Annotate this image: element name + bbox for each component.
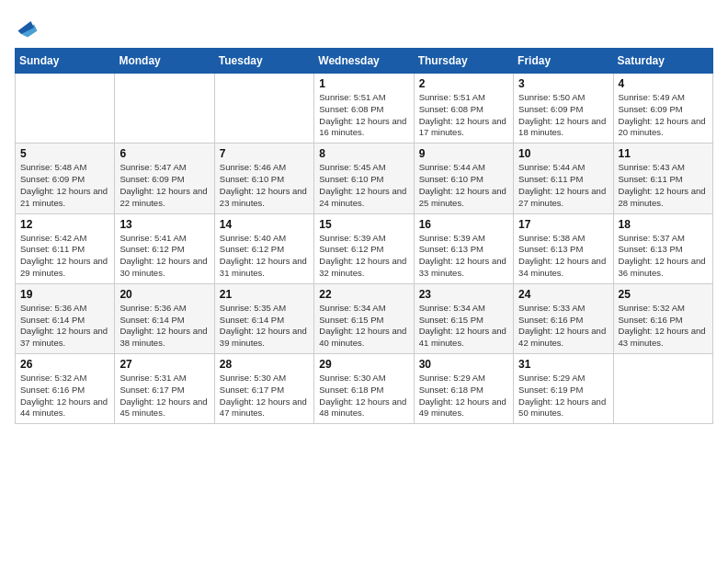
- day-cell: 25Sunrise: 5:32 AM Sunset: 6:16 PM Dayli…: [613, 283, 712, 353]
- day-cell: [214, 74, 313, 144]
- day-info: Sunrise: 5:41 AM Sunset: 6:12 PM Dayligh…: [119, 233, 209, 280]
- day-info: Sunrise: 5:44 AM Sunset: 6:11 PM Dayligh…: [518, 162, 608, 209]
- day-info: Sunrise: 5:37 AM Sunset: 6:13 PM Dayligh…: [619, 233, 708, 280]
- day-info: Sunrise: 5:30 AM Sunset: 6:17 PM Dayligh…: [220, 373, 309, 419]
- day-number: 23: [419, 288, 508, 301]
- day-cell: 22Sunrise: 5:34 AM Sunset: 6:15 PM Dayli…: [314, 283, 414, 353]
- day-info: Sunrise: 5:46 AM Sunset: 6:10 PM Dayligh…: [220, 162, 309, 209]
- day-number: 31: [518, 358, 608, 371]
- weekday-header-friday: Friday: [514, 49, 613, 74]
- day-cell: 19Sunrise: 5:36 AM Sunset: 6:14 PM Dayli…: [16, 283, 115, 353]
- week-row-4: 19Sunrise: 5:36 AM Sunset: 6:14 PM Dayli…: [16, 283, 713, 353]
- day-cell: 4Sunrise: 5:49 AM Sunset: 6:09 PM Daylig…: [613, 74, 712, 144]
- logo: [15, 15, 44, 40]
- day-number: 16: [419, 218, 508, 231]
- day-number: 20: [119, 288, 209, 301]
- day-info: Sunrise: 5:51 AM Sunset: 6:08 PM Dayligh…: [419, 92, 508, 139]
- day-cell: 14Sunrise: 5:40 AM Sunset: 6:12 PM Dayli…: [214, 213, 313, 283]
- day-number: 28: [220, 358, 309, 371]
- weekday-header-wednesday: Wednesday: [314, 49, 414, 74]
- day-cell: [613, 354, 712, 424]
- day-cell: 23Sunrise: 5:34 AM Sunset: 6:15 PM Dayli…: [414, 283, 513, 353]
- day-cell: 12Sunrise: 5:42 AM Sunset: 6:11 PM Dayli…: [16, 213, 115, 283]
- day-cell: 31Sunrise: 5:29 AM Sunset: 6:19 PM Dayli…: [514, 354, 613, 424]
- day-number: 8: [319, 147, 408, 160]
- day-number: 5: [20, 147, 109, 160]
- day-info: Sunrise: 5:29 AM Sunset: 6:19 PM Dayligh…: [518, 373, 608, 419]
- day-cell: 28Sunrise: 5:30 AM Sunset: 6:17 PM Dayli…: [214, 354, 313, 424]
- day-info: Sunrise: 5:32 AM Sunset: 6:16 PM Dayligh…: [20, 373, 109, 419]
- day-cell: 30Sunrise: 5:29 AM Sunset: 6:18 PM Dayli…: [414, 354, 513, 424]
- day-info: Sunrise: 5:35 AM Sunset: 6:14 PM Dayligh…: [220, 303, 309, 350]
- day-cell: 1Sunrise: 5:51 AM Sunset: 6:08 PM Daylig…: [314, 74, 414, 144]
- calendar: SundayMondayTuesdayWednesdayThursdayFrid…: [15, 48, 713, 424]
- page-header: [15, 15, 713, 40]
- day-number: 12: [20, 218, 109, 231]
- day-number: 2: [419, 77, 508, 90]
- day-number: 22: [319, 288, 408, 301]
- day-info: Sunrise: 5:49 AM Sunset: 6:09 PM Dayligh…: [619, 92, 708, 139]
- day-cell: 20Sunrise: 5:36 AM Sunset: 6:14 PM Dayli…: [115, 283, 214, 353]
- week-row-3: 12Sunrise: 5:42 AM Sunset: 6:11 PM Dayli…: [16, 213, 713, 283]
- day-info: Sunrise: 5:44 AM Sunset: 6:10 PM Dayligh…: [419, 162, 508, 209]
- day-cell: 10Sunrise: 5:44 AM Sunset: 6:11 PM Dayli…: [514, 144, 613, 213]
- day-info: Sunrise: 5:33 AM Sunset: 6:16 PM Dayligh…: [518, 303, 608, 350]
- day-number: 29: [319, 358, 408, 371]
- day-cell: 8Sunrise: 5:45 AM Sunset: 6:10 PM Daylig…: [314, 144, 414, 213]
- day-cell: 17Sunrise: 5:38 AM Sunset: 6:13 PM Dayli…: [514, 213, 613, 283]
- weekday-header-row: SundayMondayTuesdayWednesdayThursdayFrid…: [16, 49, 713, 74]
- day-cell: 2Sunrise: 5:51 AM Sunset: 6:08 PM Daylig…: [414, 74, 513, 144]
- logo-icon: [15, 15, 40, 40]
- day-number: 21: [220, 288, 309, 301]
- day-cell: [115, 74, 214, 144]
- day-cell: 16Sunrise: 5:39 AM Sunset: 6:13 PM Dayli…: [414, 213, 513, 283]
- day-cell: 3Sunrise: 5:50 AM Sunset: 6:09 PM Daylig…: [514, 74, 613, 144]
- day-cell: [16, 74, 115, 144]
- day-info: Sunrise: 5:40 AM Sunset: 6:12 PM Dayligh…: [220, 233, 309, 280]
- day-cell: 29Sunrise: 5:30 AM Sunset: 6:18 PM Dayli…: [314, 354, 414, 424]
- day-info: Sunrise: 5:31 AM Sunset: 6:17 PM Dayligh…: [119, 373, 209, 419]
- day-cell: 9Sunrise: 5:44 AM Sunset: 6:10 PM Daylig…: [414, 144, 513, 213]
- day-number: 1: [319, 77, 408, 90]
- day-number: 6: [119, 147, 209, 160]
- day-info: Sunrise: 5:36 AM Sunset: 6:14 PM Dayligh…: [20, 303, 109, 350]
- day-number: 26: [20, 358, 109, 371]
- day-info: Sunrise: 5:29 AM Sunset: 6:18 PM Dayligh…: [419, 373, 508, 419]
- day-number: 19: [20, 288, 109, 301]
- day-number: 9: [419, 147, 508, 160]
- day-number: 18: [619, 218, 708, 231]
- day-number: 7: [220, 147, 309, 160]
- day-info: Sunrise: 5:45 AM Sunset: 6:10 PM Dayligh…: [319, 162, 408, 209]
- weekday-header-saturday: Saturday: [613, 49, 712, 74]
- day-number: 14: [220, 218, 309, 231]
- day-cell: 21Sunrise: 5:35 AM Sunset: 6:14 PM Dayli…: [214, 283, 313, 353]
- day-info: Sunrise: 5:51 AM Sunset: 6:08 PM Dayligh…: [319, 92, 408, 139]
- day-number: 4: [619, 77, 708, 90]
- day-number: 27: [119, 358, 209, 371]
- day-cell: 5Sunrise: 5:48 AM Sunset: 6:09 PM Daylig…: [16, 144, 115, 213]
- day-info: Sunrise: 5:36 AM Sunset: 6:14 PM Dayligh…: [119, 303, 209, 350]
- day-number: 25: [619, 288, 708, 301]
- day-info: Sunrise: 5:48 AM Sunset: 6:09 PM Dayligh…: [20, 162, 109, 209]
- day-number: 24: [518, 288, 608, 301]
- day-number: 11: [619, 147, 708, 160]
- weekday-header-tuesday: Tuesday: [214, 49, 313, 74]
- day-cell: 27Sunrise: 5:31 AM Sunset: 6:17 PM Dayli…: [115, 354, 214, 424]
- day-number: 17: [518, 218, 608, 231]
- day-cell: 6Sunrise: 5:47 AM Sunset: 6:09 PM Daylig…: [115, 144, 214, 213]
- day-info: Sunrise: 5:38 AM Sunset: 6:13 PM Dayligh…: [518, 233, 608, 280]
- day-info: Sunrise: 5:43 AM Sunset: 6:11 PM Dayligh…: [619, 162, 708, 209]
- day-cell: 11Sunrise: 5:43 AM Sunset: 6:11 PM Dayli…: [613, 144, 712, 213]
- day-number: 30: [419, 358, 508, 371]
- day-cell: 15Sunrise: 5:39 AM Sunset: 6:12 PM Dayli…: [314, 213, 414, 283]
- day-info: Sunrise: 5:30 AM Sunset: 6:18 PM Dayligh…: [319, 373, 408, 419]
- day-cell: 18Sunrise: 5:37 AM Sunset: 6:13 PM Dayli…: [613, 213, 712, 283]
- day-number: 15: [319, 218, 408, 231]
- day-info: Sunrise: 5:34 AM Sunset: 6:15 PM Dayligh…: [419, 303, 508, 350]
- day-info: Sunrise: 5:32 AM Sunset: 6:16 PM Dayligh…: [619, 303, 708, 350]
- day-info: Sunrise: 5:47 AM Sunset: 6:09 PM Dayligh…: [119, 162, 209, 209]
- day-cell: 24Sunrise: 5:33 AM Sunset: 6:16 PM Dayli…: [514, 283, 613, 353]
- day-info: Sunrise: 5:39 AM Sunset: 6:12 PM Dayligh…: [319, 233, 408, 280]
- week-row-5: 26Sunrise: 5:32 AM Sunset: 6:16 PM Dayli…: [16, 354, 713, 424]
- day-cell: 26Sunrise: 5:32 AM Sunset: 6:16 PM Dayli…: [16, 354, 115, 424]
